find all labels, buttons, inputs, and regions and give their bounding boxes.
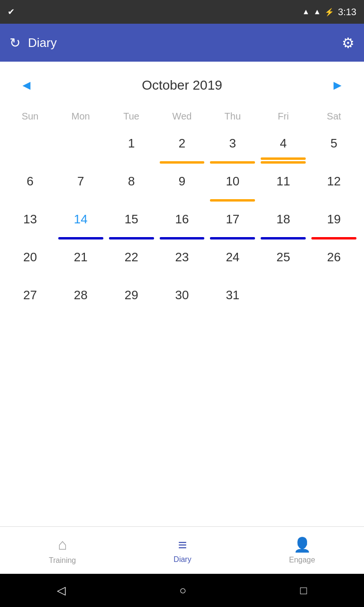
prev-month-button[interactable]: ◄ xyxy=(14,76,39,95)
day-number: 5 xyxy=(330,136,337,150)
calendar-day[interactable]: 8 xyxy=(106,167,157,205)
calendar-day[interactable]: 25 xyxy=(258,243,309,281)
event-bars xyxy=(109,237,154,239)
day-number: 17 xyxy=(226,212,239,226)
day-number: 7 xyxy=(77,174,84,188)
event-bar-blue xyxy=(210,237,255,239)
calendar-day: 0 xyxy=(5,129,55,167)
event-bar-red xyxy=(311,237,356,239)
day-header-thu: Thu xyxy=(207,107,258,126)
day-number: 0 xyxy=(330,288,337,302)
day-header-sat: Sat xyxy=(309,107,359,126)
event-bar-orange xyxy=(261,161,306,164)
day-headers: Sun Mon Tue Wed Thu Fri Sat xyxy=(5,107,359,126)
calendar-day[interactable]: 23 xyxy=(157,243,208,281)
calendar-grid: 0012345678910111213141516171819202122232… xyxy=(5,129,359,319)
calendar-day[interactable]: 21 xyxy=(55,243,106,281)
day-number: 9 xyxy=(179,174,185,188)
calendar-day[interactable]: 7 xyxy=(55,167,106,205)
event-bar-orange xyxy=(210,161,255,164)
nav-diary-label: Diary xyxy=(173,555,191,564)
refresh-button[interactable]: ↻ xyxy=(9,35,20,51)
event-bar-blue xyxy=(261,237,306,239)
day-number: 30 xyxy=(175,288,189,302)
nav-engage[interactable]: 👤 Engage xyxy=(289,536,315,564)
day-number: 15 xyxy=(125,212,138,226)
calendar-day[interactable]: 2 xyxy=(157,129,208,167)
calendar-day[interactable]: 14 xyxy=(55,205,106,243)
calendar-day[interactable]: 26 xyxy=(309,243,359,281)
event-bars xyxy=(160,237,205,239)
calendar-day[interactable]: 16 xyxy=(157,205,208,243)
calendar-day[interactable]: 19 xyxy=(309,205,359,243)
next-month-button[interactable]: ► xyxy=(325,76,350,95)
day-number: 23 xyxy=(175,250,189,264)
month-year-title: October 2019 xyxy=(142,78,222,93)
day-number: 6 xyxy=(27,174,33,188)
day-number: 13 xyxy=(23,212,37,226)
calendar-day[interactable]: 3 xyxy=(207,129,258,167)
event-bars xyxy=(261,157,306,164)
recents-button[interactable]: □ xyxy=(300,584,307,597)
calendar-day[interactable]: 6 xyxy=(5,167,55,205)
calendar-day[interactable]: 20 xyxy=(5,243,55,281)
calendar-day[interactable]: 1 xyxy=(106,129,157,167)
day-number: 27 xyxy=(23,288,37,302)
day-number: 3 xyxy=(229,136,236,150)
day-number: 0 xyxy=(280,288,286,302)
status-bar: ✔ ▲ ▲ ⚡ 3:13 xyxy=(0,0,364,24)
calendar-day[interactable]: 17 xyxy=(207,205,258,243)
calendar-day[interactable]: 27 xyxy=(5,281,55,319)
home-button[interactable]: ○ xyxy=(179,584,186,597)
day-number: 2 xyxy=(179,136,185,150)
calendar-day[interactable]: 28 xyxy=(55,281,106,319)
day-number: 12 xyxy=(327,174,341,188)
calendar-day[interactable]: 11 xyxy=(258,167,309,205)
calendar-day[interactable]: 30 xyxy=(157,281,208,319)
event-bar-orange xyxy=(261,157,306,160)
status-time: 3:13 xyxy=(338,7,356,18)
event-bar-orange xyxy=(160,161,205,164)
day-number: 29 xyxy=(125,288,138,302)
calendar-day[interactable]: 22 xyxy=(106,243,157,281)
nav-training[interactable]: ⌂ Training xyxy=(49,536,76,565)
calendar-day: 0 xyxy=(258,281,309,319)
signal-icon: ▲ xyxy=(313,8,321,16)
calendar-day[interactable]: 9 xyxy=(157,167,208,205)
day-number: 11 xyxy=(276,174,290,188)
calendar-day[interactable]: 10 xyxy=(207,167,258,205)
calendar-day[interactable]: 31 xyxy=(207,281,258,319)
calendar-day[interactable]: 4 xyxy=(258,129,309,167)
day-number: 1 xyxy=(128,136,135,150)
event-bar-blue xyxy=(160,237,205,239)
event-bars xyxy=(160,161,205,164)
calendar-day[interactable]: 18 xyxy=(258,205,309,243)
android-nav-bar: ◁ ○ □ xyxy=(0,574,364,607)
day-number: 10 xyxy=(226,174,239,188)
app-title: Diary xyxy=(28,36,342,50)
back-button[interactable]: ◁ xyxy=(57,584,65,597)
day-number: 20 xyxy=(23,250,37,264)
calendar-day[interactable]: 12 xyxy=(309,167,359,205)
settings-button[interactable]: ⚙ xyxy=(342,35,355,51)
day-number: 14 xyxy=(74,212,88,226)
event-bars xyxy=(210,199,255,202)
day-number: 24 xyxy=(226,250,239,264)
event-bars xyxy=(58,237,103,239)
day-header-fri: Fri xyxy=(258,107,309,126)
person-icon: 👤 xyxy=(293,536,311,553)
calendar-day[interactable]: 15 xyxy=(106,205,157,243)
calendar-day[interactable]: 29 xyxy=(106,281,157,319)
nav-training-label: Training xyxy=(49,556,76,565)
day-number: 31 xyxy=(226,288,239,302)
day-number: 19 xyxy=(327,212,341,226)
nav-diary[interactable]: ≡ Diary xyxy=(173,537,191,564)
calendar-day[interactable]: 13 xyxy=(5,205,55,243)
day-number: 26 xyxy=(327,250,341,264)
calendar-day[interactable]: 24 xyxy=(207,243,258,281)
calendar-day[interactable]: 5 xyxy=(309,129,359,167)
day-number: 16 xyxy=(175,212,189,226)
event-bar-blue xyxy=(109,237,154,239)
day-header-sun: Sun xyxy=(5,107,55,126)
home-icon: ⌂ xyxy=(58,536,67,553)
